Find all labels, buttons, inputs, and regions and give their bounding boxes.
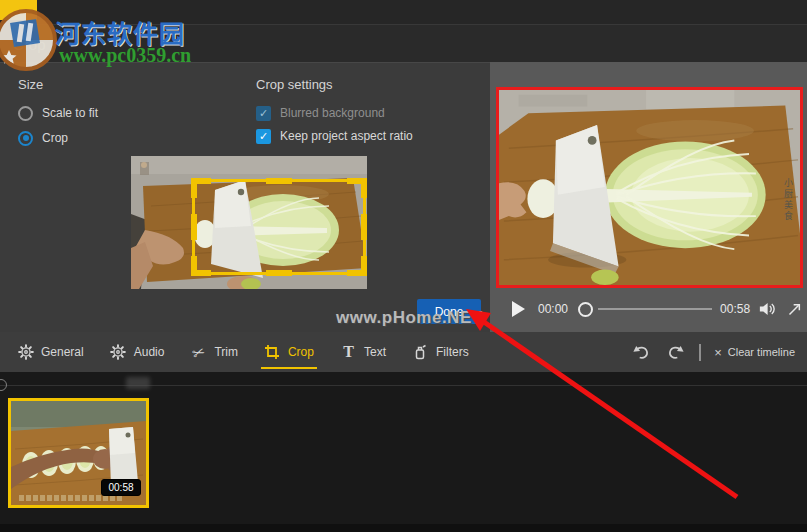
current-time: 00:00 xyxy=(538,302,568,316)
toolbar-divider xyxy=(699,344,701,361)
watermark-site-url: www.pc0359.cn xyxy=(59,44,191,67)
app-window: { "window": { "title": "Icecream Video E… xyxy=(0,0,807,532)
seek-track[interactable] xyxy=(598,308,712,310)
player-controls: 00:00 00:58 xyxy=(490,289,807,329)
tool-tabs: General Audio ✂ Trim Crop T Text xyxy=(0,332,482,372)
crop-option-label: Crop xyxy=(42,131,68,145)
gear-icon xyxy=(17,344,34,361)
timeline-ruler xyxy=(0,385,807,386)
tab-audio[interactable]: Audio xyxy=(97,332,178,372)
clip-duration-badge: 00:58 xyxy=(101,479,141,496)
crop-handle-top-right[interactable] xyxy=(347,178,367,198)
crop-canvas-video[interactable] xyxy=(131,156,367,289)
scale-to-fit-label: Scale to fit xyxy=(42,106,98,120)
video-watermark-text: www.pHome.NET xyxy=(336,308,483,328)
total-duration: 00:58 xyxy=(720,302,750,316)
preview-video-image xyxy=(499,90,800,285)
timeline-clip[interactable]: 00:58 xyxy=(8,398,149,508)
crop-handle-bottom[interactable] xyxy=(266,270,292,276)
crop-handle-left[interactable] xyxy=(191,214,197,240)
tab-trim[interactable]: ✂ Trim xyxy=(177,332,251,372)
keep-aspect-ratio-label: Keep project aspect ratio xyxy=(280,129,413,143)
timeline-bottom-strip xyxy=(0,524,807,532)
tab-text-label: Text xyxy=(364,345,386,359)
tab-audio-label: Audio xyxy=(134,345,165,359)
keep-aspect-ratio-option[interactable]: ✓ Keep project aspect ratio xyxy=(256,127,413,145)
crop-handle-bottom-right[interactable] xyxy=(347,256,367,276)
playhead-marker[interactable] xyxy=(0,379,7,391)
gear-icon xyxy=(110,344,127,361)
time-marker-blur xyxy=(126,377,150,389)
crop-settings-heading: Crop settings xyxy=(256,77,333,92)
preview-video-highlight-frame: 小厨美食 xyxy=(496,87,803,288)
clear-timeline-label: Clear timeline xyxy=(728,346,795,358)
crop-handle-right[interactable] xyxy=(361,214,367,240)
crop-option[interactable]: Crop xyxy=(18,129,68,147)
radio-unselected-icon[interactable] xyxy=(18,106,33,121)
toolbar-history-controls: × Clear timeline xyxy=(631,343,807,361)
undo-button[interactable] xyxy=(631,343,652,361)
undo-icon xyxy=(631,343,652,361)
redo-icon xyxy=(665,343,686,361)
tab-crop[interactable]: Crop xyxy=(251,332,327,372)
volume-button[interactable] xyxy=(759,301,778,317)
tab-general-label: General xyxy=(41,345,84,359)
speaker-icon xyxy=(759,301,778,317)
text-icon: T xyxy=(340,344,357,361)
fullscreen-button[interactable] xyxy=(787,302,802,317)
crop-selection-box[interactable] xyxy=(192,179,366,275)
redo-button[interactable] xyxy=(665,343,686,361)
seek-slider[interactable] xyxy=(578,302,712,317)
checkbox-checked-icon[interactable]: ✓ xyxy=(256,129,271,144)
scale-to-fit-option[interactable]: Scale to fit xyxy=(18,104,98,122)
tab-text[interactable]: T Text xyxy=(327,332,399,372)
watermark-site-logo xyxy=(0,8,58,72)
editor-toolbar: General Audio ✂ Trim Crop T Text xyxy=(0,332,807,372)
radio-selected-icon[interactable] xyxy=(18,131,33,146)
blurred-background-option: ✓ Blurred background xyxy=(256,104,385,122)
clear-icon: × xyxy=(714,345,722,360)
tab-filters[interactable]: Filters xyxy=(399,332,482,372)
crop-panel: Size Scale to fit Crop Crop settings ✓ B… xyxy=(0,62,490,332)
crop-handle-bottom-left[interactable] xyxy=(191,256,211,276)
crop-handle-top-left[interactable] xyxy=(191,178,211,198)
play-button[interactable] xyxy=(512,301,525,317)
crop-handle-top[interactable] xyxy=(266,178,292,184)
filters-icon xyxy=(412,344,429,361)
scissors-icon: ✂ xyxy=(188,341,210,363)
preview-panel: 小厨美食 00:00 00:58 xyxy=(490,62,807,332)
tab-trim-label: Trim xyxy=(214,345,238,359)
tab-filters-label: Filters xyxy=(436,345,469,359)
seek-knob[interactable] xyxy=(578,302,593,317)
channel-watermark-text: 小厨美食 xyxy=(782,178,795,222)
tab-general[interactable]: General xyxy=(4,332,97,372)
crop-icon xyxy=(264,344,281,361)
fullscreen-icon xyxy=(787,302,802,317)
tab-crop-label: Crop xyxy=(288,345,314,359)
clear-timeline-button[interactable]: × Clear timeline xyxy=(714,345,795,360)
size-section-heading: Size xyxy=(18,77,43,92)
timeline[interactable]: 00:58 xyxy=(0,372,807,532)
checkbox-checked-disabled-icon: ✓ xyxy=(256,106,271,121)
blurred-background-label: Blurred background xyxy=(280,106,385,120)
